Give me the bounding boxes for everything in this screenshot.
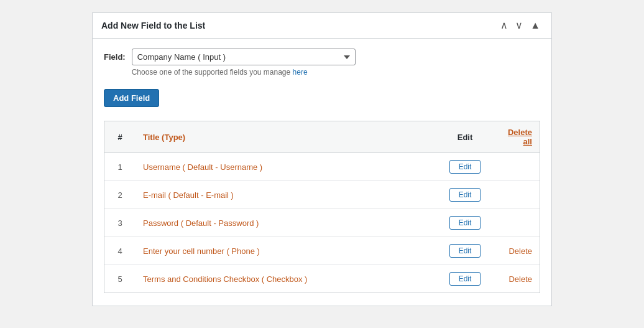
edit-button[interactable]: Edit [449,188,481,202]
row-edit-cell: Edit [440,181,490,209]
row-delete-cell [490,153,540,181]
row-num: 2 [104,181,136,209]
delete-all-link[interactable]: Delete all [508,128,532,146]
row-title: Terms and Conditions Checkbox ( Checkbox… [136,265,440,293]
row-edit-cell: Edit [440,265,490,293]
row-edit-cell: Edit [440,153,490,181]
edit-button[interactable]: Edit [449,216,481,230]
row-title: Username ( Default - Username ) [136,153,440,181]
add-field-button[interactable]: Add Field [104,89,159,107]
row-title: E-mail ( Default - E-mail ) [136,181,440,209]
panel-controls: ∧ ∨ ▲ [498,19,543,32]
row-title: Enter your cell number ( Phone ) [136,237,440,265]
row-delete-cell [490,209,540,237]
field-selector-row: Field: Company Name ( Input ) First Name… [104,49,540,77]
row-delete-cell: Delete [490,237,540,265]
edit-button[interactable]: Edit [449,272,481,286]
panel-up-button[interactable]: ∧ [498,19,510,32]
table-row: 4Enter your cell number ( Phone )EditDel… [104,237,540,265]
col-header-num: # [104,121,136,153]
table-row: 3Password ( Default - Password )Edit [104,209,540,237]
row-delete-cell [490,181,540,209]
table-row: 2E-mail ( Default - E-mail )Edit [104,181,540,209]
panel-body: Field: Company Name ( Input ) First Name… [93,39,551,306]
delete-link[interactable]: Delete [508,246,532,256]
row-num: 4 [104,237,136,265]
delete-link[interactable]: Delete [508,274,532,284]
table-row: 5Terms and Conditions Checkbox ( Checkbo… [104,265,540,293]
field-select[interactable]: Company Name ( Input ) First Name ( Inpu… [132,49,356,65]
col-header-edit: Edit [440,121,490,153]
table-header-row: # Title (Type) Edit Delete all [104,121,540,153]
panel-collapse-button[interactable]: ▲ [528,19,543,32]
panel-down-button[interactable]: ∨ [513,19,525,32]
panel-header: Add New Field to the List ∧ ∨ ▲ [93,13,551,39]
fields-table: # Title (Type) Edit Delete all 1Username… [104,121,540,293]
edit-button[interactable]: Edit [449,160,481,174]
field-label: Field: [104,49,126,62]
table-row: 1Username ( Default - Username )Edit [104,153,540,181]
fields-table-wrap: # Title (Type) Edit Delete all 1Username… [104,121,540,293]
field-hint: Choose one of the supported fields you m… [132,68,356,77]
field-select-wrap: Company Name ( Input ) First Name ( Inpu… [132,49,356,77]
row-num: 3 [104,209,136,237]
add-new-field-panel: Add New Field to the List ∧ ∨ ▲ Field: C… [92,12,552,306]
field-hint-link[interactable]: here [293,68,308,77]
panel-title: Add New Field to the List [101,21,205,30]
edit-button[interactable]: Edit [449,244,481,258]
row-num: 1 [104,153,136,181]
col-header-delete: Delete all [490,121,540,153]
row-num: 5 [104,265,136,293]
row-edit-cell: Edit [440,209,490,237]
row-title: Password ( Default - Password ) [136,209,440,237]
row-edit-cell: Edit [440,237,490,265]
table-body: 1Username ( Default - Username )Edit2E-m… [104,153,540,293]
col-header-title: Title (Type) [136,121,440,153]
row-delete-cell: Delete [490,265,540,293]
